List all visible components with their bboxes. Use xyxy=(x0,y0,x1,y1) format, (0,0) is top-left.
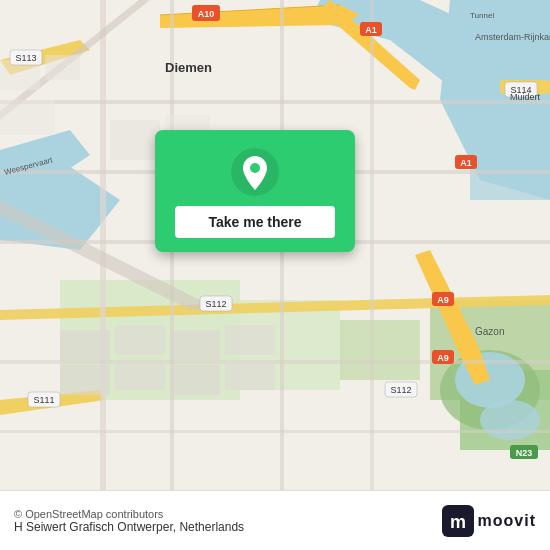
svg-text:Gazon: Gazon xyxy=(475,326,504,337)
svg-text:S112: S112 xyxy=(390,385,411,395)
svg-text:Muidert: Muidert xyxy=(510,92,541,102)
footer-left-section: © OpenStreetMap contributors H Seiwert G… xyxy=(14,508,244,534)
svg-text:Amsterdam-Rijnkanaal: Amsterdam-Rijnkanaal xyxy=(475,32,550,42)
svg-text:N23: N23 xyxy=(516,448,533,458)
svg-rect-14 xyxy=(370,0,374,490)
map-view: A10 A1 A1 S113 S114 S112 S112 S111 A9 A9… xyxy=(0,0,550,490)
svg-text:Diemen: Diemen xyxy=(165,60,212,75)
location-name: H Seiwert Grafisch Ontwerper, xyxy=(14,520,176,534)
location-card: Take me there xyxy=(155,130,355,252)
svg-rect-21 xyxy=(45,55,80,80)
svg-text:S112: S112 xyxy=(205,299,226,309)
svg-text:A9: A9 xyxy=(437,353,449,363)
svg-rect-11 xyxy=(100,0,106,490)
svg-rect-25 xyxy=(60,330,110,360)
svg-text:A9: A9 xyxy=(437,295,449,305)
svg-rect-4 xyxy=(340,320,420,380)
svg-rect-28 xyxy=(115,360,165,390)
svg-text:m: m xyxy=(450,512,466,532)
svg-rect-29 xyxy=(170,330,220,360)
svg-rect-23 xyxy=(110,120,160,160)
svg-rect-31 xyxy=(170,365,220,395)
svg-point-9 xyxy=(480,400,540,440)
svg-point-62 xyxy=(250,163,260,173)
take-me-there-button[interactable]: Take me there xyxy=(175,206,335,238)
location-pin-icon xyxy=(231,148,279,196)
copyright-text: © OpenStreetMap contributors xyxy=(14,508,244,520)
footer-bar: © OpenStreetMap contributors H Seiwert G… xyxy=(0,490,550,550)
moovit-m-icon: m xyxy=(442,505,474,537)
svg-rect-22 xyxy=(0,100,55,135)
svg-text:A10: A10 xyxy=(198,9,215,19)
moovit-logo: m moovit xyxy=(442,505,536,537)
moovit-brand-text: moovit xyxy=(478,512,536,530)
svg-rect-27 xyxy=(60,365,110,395)
svg-rect-26 xyxy=(115,325,165,355)
svg-text:A1: A1 xyxy=(460,158,472,168)
svg-rect-32 xyxy=(225,360,275,390)
svg-text:A1: A1 xyxy=(365,25,377,35)
svg-rect-19 xyxy=(0,430,550,433)
country-name: Netherlands xyxy=(179,520,244,534)
svg-rect-15 xyxy=(0,100,550,104)
svg-text:S113: S113 xyxy=(15,53,36,63)
svg-rect-30 xyxy=(225,325,275,355)
svg-text:S111: S111 xyxy=(33,395,54,405)
location-name-text: H Seiwert Grafisch Ontwerper, Netherland… xyxy=(14,520,244,534)
svg-text:Tunnel: Tunnel xyxy=(470,11,494,20)
